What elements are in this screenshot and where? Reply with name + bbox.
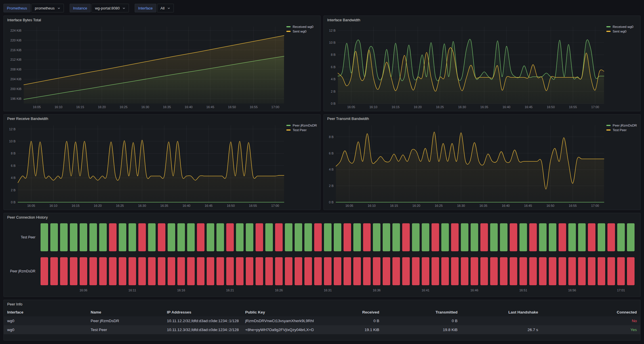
- column-header-connected[interactable]: Connected: [542, 308, 640, 316]
- svg-text:16:55: 16:55: [569, 204, 577, 207]
- variable-interface-dropdown[interactable]: All: [157, 4, 174, 12]
- variable-prometheus-label: Prometheus: [3, 4, 31, 12]
- chevron-down-icon: [57, 7, 60, 10]
- panel-interface-bandwidth: Interface Bandwidth 0 B2 B4 B6 B8 B10 B1…: [323, 16, 641, 111]
- legend-item-received-wg0[interactable]: Received wg0: [286, 25, 319, 28]
- legend-label: Received wg0: [613, 25, 633, 28]
- variable-instance: Instance wg-portal:8080: [70, 4, 129, 12]
- panel-title-peer-receive-bandwidth[interactable]: Peer Receive Bandwidth: [4, 114, 320, 123]
- variable-instance-dropdown[interactable]: wg-portal:8080: [92, 4, 129, 12]
- svg-text:16:31: 16:31: [324, 288, 332, 292]
- svg-text:6 B: 6 B: [11, 164, 16, 167]
- svg-text:16:25: 16:25: [435, 204, 443, 207]
- svg-text:16:15: 16:15: [76, 105, 84, 109]
- svg-text:208 KiB: 208 KiB: [10, 68, 22, 71]
- svg-text:2 B: 2 B: [331, 90, 336, 93]
- svg-text:0 B: 0 B: [329, 200, 334, 204]
- table-cell-connected: No: [542, 316, 640, 325]
- legend-item-received-wg0[interactable]: Received wg0: [606, 25, 639, 28]
- svg-text:17:00: 17:00: [591, 204, 599, 207]
- column-header-transmitted[interactable]: Transmitted: [383, 308, 461, 316]
- table-cell-connected: Yes: [542, 325, 640, 334]
- svg-text:16:05: 16:05: [347, 105, 355, 109]
- legend-label: Received wg0: [293, 25, 313, 28]
- svg-text:16:50: 16:50: [228, 105, 236, 109]
- peer-connection-history-timeline[interactable]: Test PeerPeer jRzmDsDR16:0616:1116:1616:…: [5, 221, 639, 296]
- svg-text:16:35: 16:35: [480, 105, 488, 109]
- legend-item-sent-wg0[interactable]: Sent wg0: [286, 30, 319, 33]
- interface-bandwidth-chart[interactable]: 0 B2 B4 B6 B8 B10 B12 B16:0516:1016:1516…: [325, 24, 606, 110]
- table-cell-ip-addresses: 10.11.12.2/32,fdfd:d3ad:c0de:1234::1/128: [163, 316, 242, 325]
- svg-text:16:56: 16:56: [568, 288, 576, 292]
- column-header-last-handshake[interactable]: Last Handshake: [461, 308, 542, 316]
- peer-receive-bandwidth-chart[interactable]: 0 B2 B4 B6 B8 B10 B12 B16:0516:1016:1516…: [5, 123, 286, 209]
- legend-item-peer-jrzmdsdr[interactable]: Peer jRzmDsDR: [286, 124, 319, 127]
- svg-text:16:10: 16:10: [54, 105, 62, 109]
- panel-row-2: Peer Receive Bandwidth 0 B2 B4 B6 B8 B10…: [3, 114, 641, 210]
- chart-legend: Received wg0Sent wg0: [286, 24, 319, 110]
- svg-text:16:35: 16:35: [160, 204, 168, 207]
- table-cell-received: 19.1 KiB: [314, 325, 383, 334]
- panel-title-peer-transmit-bandwidth[interactable]: Peer Transmit Bandwidth: [324, 114, 640, 123]
- svg-text:16:21: 16:21: [226, 288, 234, 292]
- peer-transmit-bandwidth-chart[interactable]: 0 B2 B4 B6 B8 B16:0516:1016:1516:2016:25…: [325, 123, 606, 209]
- peer-info-table: InterfaceNameIP AddressesPublic KeyRecei…: [4, 308, 640, 334]
- panel-title-peer-info[interactable]: Peer Info: [4, 300, 640, 308]
- table-cell-transmitted: 0 B: [383, 316, 461, 325]
- legend-label: Peer jRzmDsDR: [293, 124, 317, 127]
- legend-item-test-peer[interactable]: Test Peer: [606, 128, 639, 132]
- svg-text:0 B: 0 B: [11, 200, 16, 204]
- svg-text:204 KiB: 204 KiB: [10, 77, 22, 81]
- series-color-swatch: [606, 125, 611, 126]
- svg-text:8 B: 8 B: [11, 152, 16, 155]
- variable-prometheus: Prometheus prometheus: [3, 4, 64, 12]
- svg-text:16:25: 16:25: [120, 105, 128, 109]
- interface-bytes-total-chart[interactable]: 196 KiB200 KiB204 KiB208 KiB212 KiB216 K…: [5, 24, 286, 110]
- svg-text:16:55: 16:55: [569, 105, 577, 109]
- panel-title-interface-bytes-total[interactable]: Interface Bytes Total: [4, 16, 320, 24]
- svg-text:16:40: 16:40: [502, 105, 510, 109]
- variable-instance-label: Instance: [70, 4, 91, 12]
- table-cell-public-key: +8he+pyWH7Oa9g2FVjIxQzy04brLX+D: [242, 325, 314, 334]
- svg-text:16:41: 16:41: [422, 288, 430, 292]
- panel-title-interface-bandwidth[interactable]: Interface Bandwidth: [324, 16, 640, 24]
- legend-label: Peer jRzmDsDR: [613, 124, 637, 127]
- svg-text:16:06: 16:06: [79, 288, 87, 292]
- table-cell-received: 0 B: [314, 316, 383, 325]
- svg-text:6 B: 6 B: [329, 152, 334, 155]
- svg-text:16:10: 16:10: [368, 204, 376, 207]
- svg-text:12 B: 12 B: [9, 127, 16, 131]
- svg-text:16:05: 16:05: [27, 204, 35, 207]
- svg-text:16:46: 16:46: [470, 288, 479, 292]
- column-header-interface[interactable]: Interface: [4, 308, 87, 316]
- variable-prometheus-dropdown[interactable]: prometheus: [31, 4, 64, 12]
- column-header-ip-addresses[interactable]: IP Addresses: [163, 308, 242, 316]
- peer-info-table-container: InterfaceNameIP AddressesPublic KeyRecei…: [4, 308, 640, 340]
- svg-text:212 KiB: 212 KiB: [10, 58, 22, 61]
- series-color-swatch: [286, 31, 291, 32]
- variable-prometheus-value: prometheus: [35, 6, 55, 10]
- svg-text:216 KiB: 216 KiB: [10, 48, 22, 52]
- svg-text:16:05: 16:05: [33, 105, 41, 109]
- panel-title-peer-connection-history[interactable]: Peer Connection History: [4, 213, 640, 221]
- chevron-down-icon: [122, 7, 125, 10]
- table-cell-last-handshake: 26.7 s: [461, 325, 542, 334]
- svg-text:16:25: 16:25: [116, 204, 124, 207]
- table-cell-name: Peer jRzmDsDR: [87, 316, 163, 325]
- svg-text:16:36: 16:36: [373, 288, 381, 292]
- legend-label: Test Peer: [293, 128, 307, 132]
- legend-item-sent-wg0[interactable]: Sent wg0: [606, 30, 639, 33]
- table-row: wg0Test Peer10.11.12.3/32,fdfd:d3ad:c0de…: [4, 325, 640, 334]
- table-cell-transmitted: 19.8 KiB: [383, 325, 461, 334]
- svg-text:16:45: 16:45: [524, 204, 532, 207]
- svg-text:2 B: 2 B: [329, 184, 334, 188]
- svg-text:16:20: 16:20: [98, 105, 106, 109]
- column-header-name[interactable]: Name: [87, 308, 163, 316]
- svg-text:16:26: 16:26: [275, 288, 283, 292]
- svg-text:17:00: 17:00: [271, 204, 279, 207]
- legend-item-peer-jrzmdsdr[interactable]: Peer jRzmDsDR: [606, 124, 639, 127]
- table-cell-ip-addresses: 10.11.12.3/32,fdfd:d3ad:c0de:1234::2/128: [163, 325, 242, 334]
- legend-item-test-peer[interactable]: Test Peer: [286, 128, 319, 132]
- column-header-public-key[interactable]: Public Key: [242, 308, 314, 316]
- column-header-received[interactable]: Received: [314, 308, 383, 316]
